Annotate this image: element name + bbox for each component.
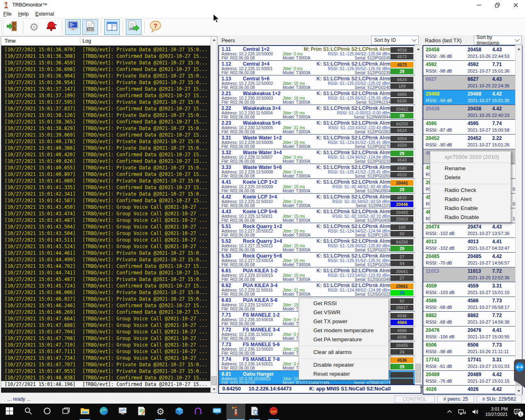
peer-card[interactable]: 3.33Waste Water 5+6K: S1:LCPtrnk S2:LCPt… (219, 164, 421, 179)
log-row[interactable]: [10/27/2021 15:01:42.587][TRBO/evt]: Con… (1, 197, 210, 204)
log-row[interactable]: [10/27/2021 15:01:37.147][TRBO/evt]: Con… (1, 86, 210, 92)
log-row[interactable]: [10/27/2021 15:01:38.365][TRBO/evt]: Con… (1, 119, 210, 125)
context-menu-item[interactable]: Delete (430, 173, 511, 182)
help-button[interactable]: ? (148, 19, 163, 35)
volume-icon[interactable] (472, 409, 479, 415)
taskbar-icon-start[interactable] (0, 404, 19, 420)
taskbar-icon-edge[interactable] (94, 404, 113, 420)
taskbar-clock[interactable]: 3:01 PM 10/27/2021 (485, 406, 508, 417)
log-row[interactable]: [10/27/2021 15:01:40.897][TRBO/evt]: Con… (1, 171, 210, 178)
log-row[interactable]: [10/27/2021 15:01:45.724][TRBO/evt]: Con… (1, 283, 210, 289)
radio-row[interactable]: 11013110137.722021-10-25 22:52:36 (423, 267, 522, 282)
peer-card[interactable]: 1.13Central 5+6K: S1:LCPtrnk S2:LCPtrnk … (219, 75, 421, 90)
log-row[interactable]: [10/27/2021 15:01:47.664][TRBO/evt]: Gro… (1, 315, 210, 322)
radio-row[interactable]: 401340134.41RSSI: -102 dB2021-10-27 04:3… (423, 238, 522, 253)
log-row[interactable]: [10/27/2021 15:01:44.702][TRBO/evt]: Con… (1, 263, 210, 269)
taskbar-icon-report-editor[interactable] (132, 404, 151, 420)
peer-card[interactable]: 3.31Waste Water 1+2K: S1:LCPtrnk S2:LCPt… (219, 135, 421, 149)
scroll-up-arrow[interactable] (211, 37, 217, 43)
log-row[interactable]: [10/27/2021 15:01:36.904][TRBO/evt]: Pri… (1, 73, 210, 79)
scroll-up-arrow[interactable] (415, 46, 421, 52)
log-row[interactable]: [10/27/2021 15:01:43.504][TRBO/evt]: Gro… (1, 230, 210, 237)
radio-row[interactable]: 20438204384.422021-10-25 22:40:23 (423, 105, 522, 120)
log-row[interactable]: [10/27/2021 15:01:45.487][TRBO/evt]: Pri… (1, 276, 210, 283)
log-row[interactable]: [10/27/2021 15:01:42.341][TRBO/evt]: Pri… (1, 191, 210, 197)
radio-row[interactable]: 20458204584.43RSSI: -96 dB2021-10-26 22:… (423, 46, 522, 61)
scroll-thumb[interactable] (415, 364, 421, 383)
log-row[interactable]: [10/27/2021 15:01:37.199][TRBO/evt]: Con… (1, 92, 210, 99)
control-button[interactable]: CONTROL (395, 395, 435, 403)
log-row[interactable]: [10/27/2021 15:01:40.626][TRBO/evt]: Con… (1, 158, 210, 164)
peer-card[interactable]: 2.21Waiakeakua 1+2K: S1:LCPtrnk S2:LCPtr… (219, 90, 421, 105)
log-row[interactable]: [10/27/2021 15:01:40.420][TRBO/evt]: Con… (1, 151, 210, 158)
context-menu-item[interactable]: Clear all alarms (299, 348, 388, 357)
log-row[interactable]: [10/27/2021 15:01:41.335][TRBO/evt]: Con… (1, 184, 210, 191)
radio-row[interactable]: 20489204894.42RSSI: -76 dB2021-10-27 15:… (423, 371, 522, 386)
column-header-log[interactable]: Log (82, 38, 91, 44)
scroll-down-arrow[interactable] (516, 388, 522, 394)
log-row[interactable]: [10/27/2021 15:01:48.038][TRBO/evt]: Con… (1, 374, 210, 381)
tray-chevron-up-icon[interactable] (447, 410, 452, 414)
log-row[interactable]: [10/27/2021 15:01:37.837][TRBO/evt]: Con… (1, 105, 210, 112)
peer-card[interactable]: 5.52Rock Quarry 3+4K: S1:LCPtrnk S2:LCPt… (219, 238, 421, 253)
peer-card[interactable]: 6.61PUA KILEA 1-2K: S1:LCPtrnk S2:LCPtrn… (219, 267, 421, 282)
monitor-log-button[interactable] (65, 19, 81, 35)
context-menu-item[interactable]: Radio Disable (430, 213, 511, 222)
alarm-bell-button[interactable] (43, 19, 59, 35)
radio-row[interactable]: 459245927.71RSSI: -98 dB2021-10-27 15:01… (423, 61, 522, 75)
taskbar-icon-cube-app[interactable] (170, 404, 189, 420)
log-row[interactable]: [10/27/2021 15:01:36.698][TRBO/evt]: Con… (1, 66, 210, 73)
log-row[interactable]: [10/27/2021 15:01:44.741][TRBO/evt]: Con… (1, 269, 210, 276)
peer-card[interactable]: 4.42Koele LCP 3+4K: S1:LCPtrnk S2:LCPtrn… (219, 194, 421, 208)
log-row[interactable]: [10/27/2021 15:01:43.504][TRBO/evt]: Gro… (1, 224, 210, 230)
log-row[interactable]: [10/27/2021 15:01:36.459][TRBO/evt]: Pri… (1, 59, 210, 66)
taskbar-icon-task-view[interactable] (57, 404, 75, 420)
peer-card[interactable]: 2.23Waiakeakua 5+6K: S1:LCPtrnk S2:LCPtr… (219, 120, 421, 135)
log-row[interactable]: [10/27/2021 15:01:46.269][TRBO/evt]: Con… (1, 309, 210, 315)
taskbar-icon-headset-app[interactable] (189, 404, 208, 420)
restore-button[interactable] (488, 0, 507, 10)
peer-card[interactable]: 4.43Koele LCP 5+6K: S1:LCPtrnk S2:LCPtrn… (219, 208, 421, 223)
radio-row[interactable]: 20468204684.42RSSI: -69 dB2021-10-27 15:… (423, 90, 522, 105)
peer-card[interactable]: 2.22Waiakeakua 3+4K: S1:LCPtrnk S2:LCPtr… (219, 105, 421, 120)
radio-row[interactable]: 402640264.42 (423, 386, 522, 395)
context-menu-item[interactable]: Disable repeater (299, 361, 388, 370)
log-row[interactable]: [10/27/2021 15:01:43.487][TRBO/evt]: Gro… (1, 217, 210, 224)
peer-card[interactable]: 5.53Rock Quarry 5+6K: S1:LCPtrnk S2:LCPt… (219, 253, 421, 267)
log-row[interactable]: [10/27/2021 15:01:36.070][TRBO/evt]: Pri… (1, 46, 210, 53)
minimize-button[interactable] (470, 0, 488, 10)
radio-row[interactable]: 20474204744.43RSSI: -102 dB2021-10-27 13… (423, 223, 522, 238)
taskbar-icon-mail-tat[interactable]: t@t (264, 404, 283, 420)
radio-row[interactable]: 20452204522.22RSSI: -90 dB2021-10-27 15:… (423, 135, 522, 149)
taskbar-icon-cortana[interactable] (38, 404, 57, 420)
log-row[interactable]: [10/27/2021 15:01:44.499][TRBO/evt]: Pri… (1, 256, 210, 263)
log-scrollbar[interactable] (210, 37, 217, 393)
context-menu-item[interactable]: Get modem temperature (299, 326, 388, 335)
log-row[interactable]: [10/27/2021 15:01:37.595][TRBO/evt]: Pri… (1, 99, 210, 105)
log-row[interactable]: [10/27/2021 15:01:43.524][TRBO/evt]: Gro… (1, 243, 210, 250)
exit-door-button[interactable] (5, 19, 20, 35)
peer-app-row[interactable]: 0.64250 10.2.226.14:64473 K: app MNIS S1… (218, 385, 422, 394)
log-row[interactable]: [10/27/2021 15:01:40.386][TRBO/evt]: Pri… (1, 145, 210, 151)
log-row[interactable]: [10/27/2021 15:01:48.196][TRBO/evt]: Con… (1, 381, 210, 388)
peers-sort-dropdown[interactable]: Sort by ID (371, 36, 419, 45)
context-menu-item[interactable]: Reset repeater (299, 370, 388, 379)
log-row[interactable]: [10/27/2021 15:01:47.704][TRBO/evt]: Gro… (1, 329, 210, 335)
peer-card[interactable]: 4.41Koele LCP 1+2K: S1:LCPtrnk S2:LCPtrn… (219, 179, 421, 194)
radios-scrollbar[interactable] (515, 45, 522, 395)
taskbar-icon-search[interactable] (19, 404, 38, 420)
log-row[interactable]: [10/27/2021 15:01:43.474][TRBO/evt]: Gro… (1, 210, 210, 217)
radio-row[interactable]: 458645867.73RSSI: -68 dB2021-10-27 05:58… (423, 297, 522, 312)
radio-row[interactable]: 459545957.74RSSI: -87 dB2021-10-27 15:00… (423, 120, 522, 135)
log-row[interactable]: [10/27/2021 15:01:38.126][TRBO/evt]: Pri… (1, 112, 210, 119)
log-row[interactable]: [10/27/2021 15:01:47.953][TRBO/evt]: Pri… (1, 368, 210, 374)
taskbar-icon-media-app[interactable] (208, 404, 226, 420)
context-menu-item[interactable]: Get RSSI (299, 299, 388, 308)
peers-scrollbar[interactable] (415, 45, 422, 385)
export-log-button[interactable] (126, 19, 142, 35)
log-row[interactable]: [10/27/2021 15:01:47.711][TRBO/evt]: Gro… (1, 348, 210, 355)
radio-row[interactable]: 455945593.31RSSI: -103 dB2021-10-27 15:0… (423, 282, 522, 297)
log-row[interactable]: [10/27/2021 15:01:36.308][TRBO/evt]: Con… (1, 53, 210, 59)
context-menu-item[interactable]: Radio Check (430, 186, 511, 195)
split-view-button[interactable] (104, 19, 120, 35)
